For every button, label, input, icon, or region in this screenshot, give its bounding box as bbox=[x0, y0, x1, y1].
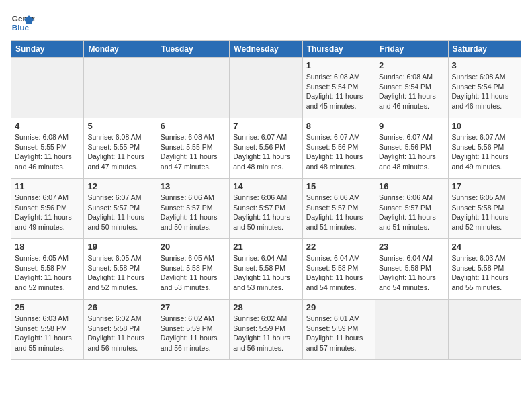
calendar-cell: 2Sunrise: 6:08 AMSunset: 5:54 PMDaylight… bbox=[375, 58, 448, 118]
calendar-cell: 21Sunrise: 6:04 AMSunset: 5:58 PMDayligh… bbox=[230, 239, 302, 300]
calendar-week-row: 1Sunrise: 6:08 AMSunset: 5:54 PMDaylight… bbox=[11, 58, 521, 118]
day-info: Sunrise: 6:03 AMSunset: 5:58 PMDaylight:… bbox=[15, 314, 80, 353]
calendar-week-row: 18Sunrise: 6:05 AMSunset: 5:58 PMDayligh… bbox=[11, 239, 521, 300]
day-number: 8 bbox=[306, 121, 371, 131]
day-info: Sunrise: 6:05 AMSunset: 5:58 PMDaylight:… bbox=[161, 253, 226, 293]
calendar-cell: 28Sunrise: 6:02 AMSunset: 5:59 PMDayligh… bbox=[230, 300, 302, 360]
day-number: 4 bbox=[15, 121, 80, 131]
day-info: Sunrise: 6:08 AMSunset: 5:55 PMDaylight:… bbox=[87, 132, 152, 172]
day-info: Sunrise: 6:06 AMSunset: 5:57 PMDaylight:… bbox=[379, 193, 444, 232]
day-info: Sunrise: 6:02 AMSunset: 5:59 PMDaylight:… bbox=[233, 314, 298, 353]
day-number: 26 bbox=[87, 302, 152, 312]
calendar-cell: 6Sunrise: 6:08 AMSunset: 5:55 PMDaylight… bbox=[157, 118, 229, 179]
day-info: Sunrise: 6:08 AMSunset: 5:54 PMDaylight:… bbox=[452, 72, 517, 111]
calendar-table: Sunday Monday Tuesday Wednesday Thursday… bbox=[11, 40, 521, 360]
calendar-cell: 22Sunrise: 6:04 AMSunset: 5:58 PMDayligh… bbox=[302, 239, 375, 300]
day-number: 28 bbox=[233, 302, 298, 312]
calendar-cell: 11Sunrise: 6:07 AMSunset: 5:56 PMDayligh… bbox=[11, 179, 84, 239]
day-info: Sunrise: 6:06 AMSunset: 5:57 PMDaylight:… bbox=[306, 193, 371, 232]
logo-icon: General Blue bbox=[11, 11, 35, 35]
calendar-cell: 18Sunrise: 6:05 AMSunset: 5:58 PMDayligh… bbox=[11, 239, 84, 300]
day-number: 11 bbox=[15, 181, 80, 191]
day-info: Sunrise: 6:06 AMSunset: 5:57 PMDaylight:… bbox=[233, 193, 298, 232]
day-info: Sunrise: 6:02 AMSunset: 5:59 PMDaylight:… bbox=[161, 314, 226, 353]
header-saturday: Saturday bbox=[448, 41, 521, 58]
day-info: Sunrise: 6:06 AMSunset: 5:57 PMDaylight:… bbox=[161, 193, 226, 232]
day-number: 24 bbox=[452, 242, 517, 252]
calendar-cell: 14Sunrise: 6:06 AMSunset: 5:57 PMDayligh… bbox=[230, 179, 302, 239]
header-wednesday: Wednesday bbox=[230, 41, 302, 58]
day-info: Sunrise: 6:08 AMSunset: 5:54 PMDaylight:… bbox=[306, 72, 371, 111]
day-info: Sunrise: 6:05 AMSunset: 5:58 PMDaylight:… bbox=[452, 193, 517, 232]
calendar-cell: 20Sunrise: 6:05 AMSunset: 5:58 PMDayligh… bbox=[157, 239, 229, 300]
day-number: 29 bbox=[306, 302, 371, 312]
day-info: Sunrise: 6:04 AMSunset: 5:58 PMDaylight:… bbox=[233, 253, 298, 293]
header-friday: Friday bbox=[375, 41, 448, 58]
day-number: 7 bbox=[233, 121, 298, 131]
calendar-cell: 15Sunrise: 6:06 AMSunset: 5:57 PMDayligh… bbox=[302, 179, 375, 239]
calendar-header-row: Sunday Monday Tuesday Wednesday Thursday… bbox=[11, 41, 521, 58]
day-info: Sunrise: 6:03 AMSunset: 5:58 PMDaylight:… bbox=[452, 253, 517, 293]
calendar-cell: 27Sunrise: 6:02 AMSunset: 5:59 PMDayligh… bbox=[157, 300, 229, 360]
calendar-cell: 29Sunrise: 6:01 AMSunset: 5:59 PMDayligh… bbox=[302, 300, 375, 360]
calendar-cell bbox=[448, 300, 521, 360]
day-info: Sunrise: 6:07 AMSunset: 5:56 PMDaylight:… bbox=[452, 132, 517, 172]
header-monday: Monday bbox=[84, 41, 157, 58]
day-info: Sunrise: 6:08 AMSunset: 5:55 PMDaylight:… bbox=[15, 132, 80, 172]
day-info: Sunrise: 6:07 AMSunset: 5:56 PMDaylight:… bbox=[379, 132, 444, 172]
calendar-cell bbox=[11, 58, 84, 118]
calendar-week-row: 11Sunrise: 6:07 AMSunset: 5:56 PMDayligh… bbox=[11, 179, 521, 239]
day-number: 19 bbox=[87, 242, 152, 252]
day-number: 21 bbox=[233, 242, 298, 252]
day-number: 16 bbox=[379, 181, 444, 191]
day-number: 18 bbox=[15, 242, 80, 252]
day-info: Sunrise: 6:07 AMSunset: 5:56 PMDaylight:… bbox=[15, 193, 80, 232]
day-info: Sunrise: 6:05 AMSunset: 5:58 PMDaylight:… bbox=[87, 253, 152, 293]
calendar-cell: 17Sunrise: 6:05 AMSunset: 5:58 PMDayligh… bbox=[448, 179, 521, 239]
day-info: Sunrise: 6:05 AMSunset: 5:58 PMDaylight:… bbox=[15, 253, 80, 293]
day-number: 22 bbox=[306, 242, 371, 252]
day-number: 25 bbox=[15, 302, 80, 312]
calendar-cell: 16Sunrise: 6:06 AMSunset: 5:57 PMDayligh… bbox=[375, 179, 448, 239]
day-info: Sunrise: 6:07 AMSunset: 5:56 PMDaylight:… bbox=[306, 132, 371, 172]
header-sunday: Sunday bbox=[11, 41, 84, 58]
day-info: Sunrise: 6:07 AMSunset: 5:57 PMDaylight:… bbox=[87, 193, 152, 232]
calendar-cell: 9Sunrise: 6:07 AMSunset: 5:56 PMDaylight… bbox=[375, 118, 448, 179]
day-info: Sunrise: 6:04 AMSunset: 5:58 PMDaylight:… bbox=[306, 253, 371, 293]
header-thursday: Thursday bbox=[302, 41, 375, 58]
calendar-cell: 23Sunrise: 6:04 AMSunset: 5:58 PMDayligh… bbox=[375, 239, 448, 300]
calendar-cell bbox=[230, 58, 302, 118]
calendar-cell: 10Sunrise: 6:07 AMSunset: 5:56 PMDayligh… bbox=[448, 118, 521, 179]
logo: General Blue bbox=[11, 11, 35, 35]
calendar-cell bbox=[375, 300, 448, 360]
day-number: 12 bbox=[87, 181, 152, 191]
header: General Blue bbox=[11, 11, 521, 35]
calendar-cell bbox=[157, 58, 229, 118]
day-number: 10 bbox=[452, 121, 517, 131]
calendar-week-row: 25Sunrise: 6:03 AMSunset: 5:58 PMDayligh… bbox=[11, 300, 521, 360]
day-info: Sunrise: 6:07 AMSunset: 5:56 PMDaylight:… bbox=[233, 132, 298, 172]
calendar-cell: 13Sunrise: 6:06 AMSunset: 5:57 PMDayligh… bbox=[157, 179, 229, 239]
day-number: 15 bbox=[306, 181, 371, 191]
calendar-week-row: 4Sunrise: 6:08 AMSunset: 5:55 PMDaylight… bbox=[11, 118, 521, 179]
day-number: 17 bbox=[452, 181, 517, 191]
day-number: 1 bbox=[306, 60, 371, 71]
calendar-cell: 5Sunrise: 6:08 AMSunset: 5:55 PMDaylight… bbox=[84, 118, 157, 179]
calendar-cell: 7Sunrise: 6:07 AMSunset: 5:56 PMDaylight… bbox=[230, 118, 302, 179]
day-info: Sunrise: 6:08 AMSunset: 5:54 PMDaylight:… bbox=[379, 72, 444, 111]
calendar-cell: 4Sunrise: 6:08 AMSunset: 5:55 PMDaylight… bbox=[11, 118, 84, 179]
calendar-cell: 8Sunrise: 6:07 AMSunset: 5:56 PMDaylight… bbox=[302, 118, 375, 179]
day-number: 9 bbox=[379, 121, 444, 131]
calendar-cell: 19Sunrise: 6:05 AMSunset: 5:58 PMDayligh… bbox=[84, 239, 157, 300]
calendar-cell: 24Sunrise: 6:03 AMSunset: 5:58 PMDayligh… bbox=[448, 239, 521, 300]
day-number: 13 bbox=[161, 181, 226, 191]
day-number: 14 bbox=[233, 181, 298, 191]
calendar-cell bbox=[84, 58, 157, 118]
day-info: Sunrise: 6:04 AMSunset: 5:58 PMDaylight:… bbox=[379, 253, 444, 293]
calendar-cell: 26Sunrise: 6:02 AMSunset: 5:58 PMDayligh… bbox=[84, 300, 157, 360]
calendar-cell: 1Sunrise: 6:08 AMSunset: 5:54 PMDaylight… bbox=[302, 58, 375, 118]
header-tuesday: Tuesday bbox=[157, 41, 229, 58]
day-number: 27 bbox=[161, 302, 226, 312]
calendar-cell: 12Sunrise: 6:07 AMSunset: 5:57 PMDayligh… bbox=[84, 179, 157, 239]
calendar-cell: 3Sunrise: 6:08 AMSunset: 5:54 PMDaylight… bbox=[448, 58, 521, 118]
